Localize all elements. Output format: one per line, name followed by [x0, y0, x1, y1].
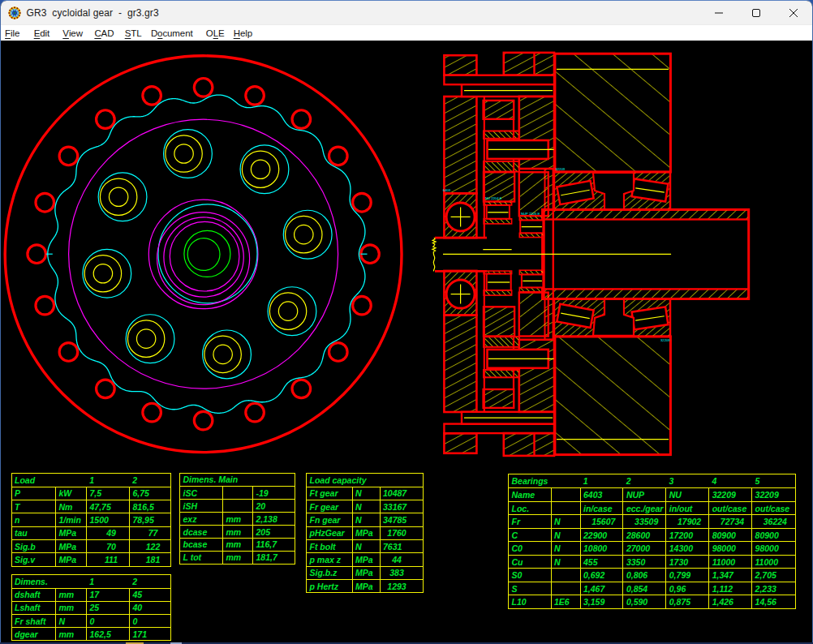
menu-item-edit[interactable]: Edit: [34, 25, 49, 41]
table-cell: 162,5: [86, 628, 129, 640]
table-cell: 33167: [380, 500, 423, 513]
tapered-bearing: [554, 299, 670, 337]
table-cell: [551, 582, 580, 595]
table-cell: 122: [129, 540, 170, 552]
table-cell: 1,467: [580, 582, 623, 595]
table-cell: 2,138: [252, 513, 294, 525]
table-cell: 0,854: [622, 582, 665, 595]
table-cell: bcase: [180, 539, 222, 551]
window-title: GR3 cycloidal gear - gr3.gr3: [27, 7, 159, 19]
pin-circle: [292, 380, 311, 398]
table-cell: N: [352, 487, 380, 500]
pin-circle: [96, 380, 114, 398]
table-cell: p max z: [307, 553, 352, 565]
table-cell: 11000: [708, 556, 751, 569]
table-cell: mm: [222, 552, 252, 564]
table-row: FrN1560733509179027273436224: [509, 514, 795, 528]
table-cell: 33509: [622, 515, 665, 528]
table-row: TNm47,75816,5: [12, 500, 170, 513]
table-cell: ecc./gear: [622, 502, 665, 515]
table-bearings-header: Bearings12345: [509, 474, 795, 488]
table-row: Name6403NUPNU3220932209: [509, 487, 795, 501]
menu-item-view[interactable]: View: [62, 25, 83, 41]
table-cell: 20: [252, 500, 294, 512]
table-cell: n: [12, 513, 56, 526]
table-load-colnum: 1: [89, 474, 94, 487]
maximize-button[interactable]: [738, 1, 775, 24]
pin-circle: [194, 79, 213, 97]
table-cell: Loc.: [509, 502, 551, 515]
table-cell: 27000: [622, 542, 665, 555]
table-row: Loc.in/caseecc./gearin/outout/caseout/ca…: [509, 501, 795, 515]
table-cell: Ft gear: [307, 487, 352, 500]
table-cell: 205: [252, 526, 294, 538]
table-cell: 1E6: [551, 595, 580, 608]
table-cell: 171: [129, 628, 170, 640]
minimize-button[interactable]: [700, 1, 738, 24]
table-cell: 32209: [751, 488, 794, 501]
titlebar[interactable]: GR3 cycloidal gear - gr3.gr3: [1, 1, 812, 24]
table-cell: MPa: [55, 553, 86, 565]
table-cell: in/case: [580, 502, 623, 515]
table-cell: 2,705: [751, 569, 794, 582]
table-bearings-colnum: 2: [626, 474, 631, 488]
table-cell: Fr shaft: [12, 615, 56, 627]
menu-item-file[interactable]: File: [5, 25, 19, 41]
table-cell: 2,233: [751, 582, 794, 595]
table-cell: 72734: [708, 515, 751, 528]
table-cell: tau: [12, 527, 56, 539]
section-view: 32209322096403NU 2204 ENUP 2205 E: [432, 53, 748, 456]
client-area: 32209322096403NU 2204 ENUP 2205 E Load12…: [1, 41, 812, 642]
bearing-label: 32209: [660, 338, 670, 342]
table-load-colnum: 2: [132, 474, 137, 487]
close-button[interactable]: [775, 1, 812, 24]
table-cell: [551, 488, 580, 501]
table-cell: 78,95: [129, 513, 170, 526]
table-cell: C: [509, 529, 551, 542]
table-cell: 77: [129, 527, 170, 539]
menu-item-help[interactable]: Help: [234, 25, 252, 41]
table-cell: MPa: [55, 527, 86, 539]
table-cell: Sig.b: [12, 540, 56, 552]
table-cell: L tot: [180, 552, 222, 564]
table-cell: Fr gear: [307, 500, 352, 513]
table-cell: S: [509, 582, 551, 595]
menu-item-cad[interactable]: CAD: [94, 25, 114, 41]
minimize-icon: [715, 9, 723, 17]
table-row: tauMPa4977: [12, 526, 170, 539]
table-cell: N: [551, 515, 580, 528]
pin-circle: [352, 193, 371, 212]
table-cell: N: [551, 529, 580, 542]
menu-item-ole[interactable]: OLE: [206, 25, 225, 41]
menu-bar: FileEditViewCADSTLDocumentOLEHelp: [1, 24, 812, 41]
table-cell: 0,692: [580, 569, 623, 582]
table-cell: N: [551, 542, 580, 555]
bearing-label: NUP 2205 E: [521, 212, 540, 216]
table-cell: 44: [380, 553, 423, 565]
table-row: Ft boltN7631: [307, 539, 423, 552]
table-row: S00,6920,8060,7991,3472,705: [509, 568, 795, 582]
table-cell: 455: [580, 556, 623, 569]
front-view: [5, 56, 402, 453]
table-load-title: Load: [15, 474, 35, 487]
table-cell: Name: [509, 488, 551, 501]
menu-item-stl[interactable]: STL: [125, 25, 142, 41]
table-cell: 70: [86, 540, 129, 552]
table-cell: [222, 487, 252, 499]
table-cell: 1,112: [708, 582, 751, 595]
menu-item-document[interactable]: Document: [151, 25, 193, 41]
table-cell: 3,159: [580, 595, 623, 608]
table-cell: 116,7: [252, 539, 294, 551]
table-cell: p Hertz: [307, 580, 352, 592]
table-cell: 36224: [751, 515, 794, 528]
table-cell: 17200: [665, 529, 708, 542]
table-row: CuN455335017301100011000: [509, 555, 795, 569]
table-row: p max zMPa44: [307, 552, 423, 565]
table-dimens-colnum: 2: [132, 575, 137, 588]
table-cell: S0: [509, 569, 551, 582]
table-cell: MPa: [352, 580, 380, 592]
table-row: PkW7,56,75: [12, 487, 170, 500]
table-cell: 22900: [580, 529, 623, 542]
table-cell: T: [12, 500, 56, 513]
table-row: Fr gearN33167: [307, 500, 423, 513]
